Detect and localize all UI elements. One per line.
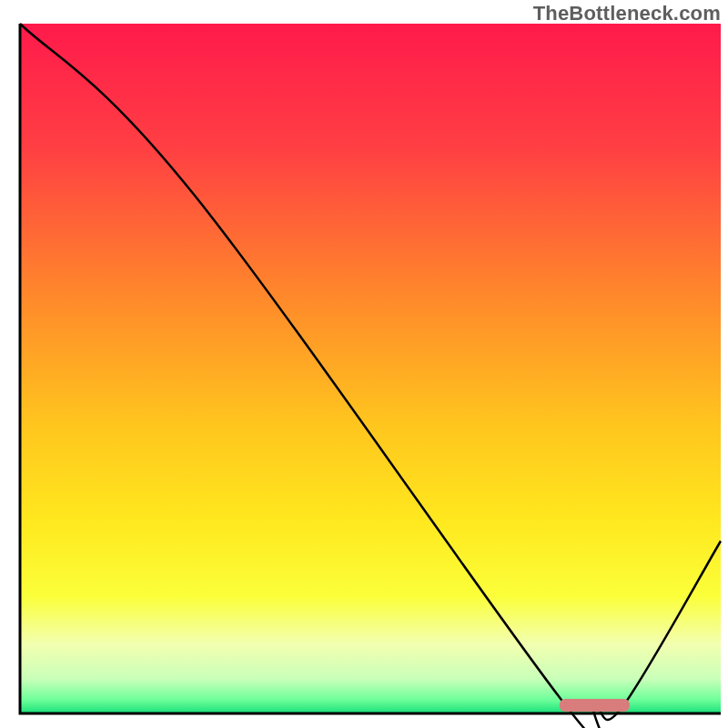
watermark-label: TheBottleneck.com	[533, 2, 721, 25]
optimal-range-marker	[560, 699, 630, 712]
chart-background	[20, 24, 721, 713]
chart-svg	[0, 0, 728, 728]
bottleneck-chart: TheBottleneck.com	[0, 0, 728, 728]
